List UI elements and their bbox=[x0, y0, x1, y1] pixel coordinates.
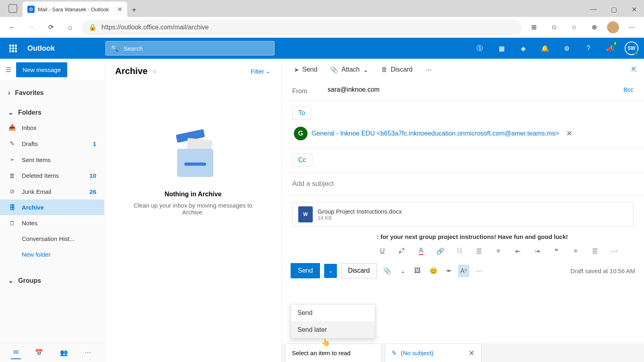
cc-button[interactable]: Cc bbox=[292, 154, 312, 167]
favorites-header[interactable]: › Favorites bbox=[0, 86, 104, 100]
numbered-list-icon[interactable]: ≡ bbox=[493, 245, 504, 257]
announcements-icon[interactable]: 📣4 bbox=[603, 41, 617, 56]
quote-icon[interactable]: ❝ bbox=[551, 245, 562, 257]
more-format-icon[interactable]: ⋯ bbox=[609, 245, 620, 257]
subject-input[interactable] bbox=[292, 180, 634, 188]
folder-archive[interactable]: 🗄Archive bbox=[0, 200, 104, 215]
unlink-icon[interactable]: ⛓ bbox=[454, 245, 465, 257]
outlook-header: Outlook 🔍 ⓢ ▦ ◈ 🔔 ⚙ ? 📣4 SW bbox=[0, 38, 644, 59]
from-value[interactable]: sara@inknoe.com bbox=[320, 86, 623, 93]
new-message-button[interactable]: New message bbox=[16, 62, 67, 77]
app-mode-icon[interactable]: ⊞ bbox=[526, 20, 541, 35]
favorite-star-icon[interactable]: ☆ bbox=[152, 68, 157, 75]
folder-junk[interactable]: ⊘Junk Email26 bbox=[0, 183, 104, 200]
empty-title: Nothing in Archive bbox=[165, 191, 222, 198]
send-button[interactable]: Send bbox=[291, 263, 320, 278]
home-icon[interactable]: ⌂ bbox=[63, 20, 77, 35]
calendar-module-icon[interactable]: 📅 bbox=[33, 346, 45, 359]
outlook-brand[interactable]: Outlook bbox=[27, 44, 55, 53]
groups-header[interactable]: ⌄ Groups bbox=[0, 274, 104, 288]
folder-drafts[interactable]: ✎Drafts1 bbox=[0, 136, 104, 152]
teams-icon[interactable]: ▦ bbox=[494, 41, 509, 56]
url-input[interactable]: 🔒 https://outlook.office.com/mail/archiv… bbox=[82, 20, 522, 35]
send-top-button[interactable]: ➤Send bbox=[289, 63, 322, 77]
attachment-card[interactable]: W Group Project Instructions.docx 14 KB bbox=[292, 202, 634, 227]
new-folder-button[interactable]: New folder bbox=[0, 247, 104, 262]
filter-button[interactable]: Filter⌄ bbox=[251, 68, 271, 75]
attach-button[interactable]: 📎Attach⌄ bbox=[325, 63, 373, 77]
maximize-icon[interactable]: ▢ bbox=[604, 2, 624, 17]
popout-icon[interactable]: ⇱ bbox=[632, 66, 637, 74]
attach-chevron-icon[interactable]: ⌄ bbox=[398, 267, 408, 275]
search-box[interactable]: 🔍 bbox=[105, 41, 275, 56]
close-draft-tab-icon[interactable]: ✕ bbox=[469, 349, 475, 358]
bcc-button[interactable]: Bcc bbox=[623, 86, 634, 93]
search-input[interactable] bbox=[124, 45, 269, 52]
send-options-button[interactable]: ⌄ bbox=[324, 264, 337, 278]
remove-recipient-icon[interactable]: ✕ bbox=[563, 129, 576, 138]
notifications-icon[interactable]: 🔔 bbox=[538, 41, 552, 56]
from-label: From bbox=[292, 86, 320, 95]
emoji-icon[interactable]: 😊 bbox=[427, 267, 440, 275]
folder-notes[interactable]: 🗒Notes bbox=[0, 215, 104, 231]
favorite-add-icon[interactable]: ✩ bbox=[547, 20, 561, 35]
send-later-option[interactable]: Send later bbox=[291, 321, 375, 338]
indent-icon[interactable]: ⇥ bbox=[531, 245, 543, 257]
hamburger-icon[interactable]: ☰ bbox=[6, 66, 11, 74]
draft-tab[interactable]: ✎ (No subject) ✕ bbox=[385, 343, 481, 362]
send-now-option[interactable]: Send bbox=[291, 304, 375, 321]
new-tab-button[interactable]: + bbox=[127, 3, 141, 17]
folders-header[interactable]: ⌄ Folders bbox=[0, 105, 104, 119]
message-body[interactable]: : for your next group project instructio… bbox=[282, 233, 644, 240]
align-center-icon[interactable]: ☰ bbox=[589, 245, 601, 257]
bullet-list-icon[interactable]: ☰ bbox=[473, 245, 485, 257]
more-modules-icon[interactable]: ⋯ bbox=[82, 346, 93, 359]
chevron-down-icon: ⌄ bbox=[266, 68, 271, 75]
back-icon[interactable]: ← bbox=[5, 20, 19, 35]
minimize-icon[interactable]: — bbox=[584, 2, 604, 17]
show-format-icon[interactable]: Aᵃ bbox=[458, 265, 470, 277]
mail-module-icon[interactable]: ✉ bbox=[11, 346, 21, 359]
align-left-icon[interactable]: ≡ bbox=[570, 245, 581, 257]
link-icon[interactable]: 🔗 bbox=[435, 245, 446, 257]
discard-top-button[interactable]: 🗑Discard bbox=[376, 63, 417, 76]
folder-sent[interactable]: ➣Sent Items bbox=[0, 152, 104, 168]
more-actions-button[interactable]: ⋯ bbox=[421, 63, 437, 77]
browser-profile-avatar[interactable] bbox=[607, 21, 619, 33]
outdent-icon[interactable]: ⇤ bbox=[512, 245, 523, 257]
folder-conversation-history[interactable]: Conversation Hist... bbox=[0, 231, 104, 247]
signature-icon[interactable]: ✒ bbox=[444, 267, 454, 275]
browser-menu-icon[interactable]: ⋯ bbox=[625, 20, 639, 35]
folder-inbox[interactable]: 📥Inbox bbox=[0, 119, 104, 136]
trash-icon: 🗑 bbox=[8, 172, 16, 179]
discard-button[interactable]: Discard bbox=[341, 263, 376, 278]
app-launcher-icon[interactable] bbox=[6, 41, 20, 56]
highlight-icon[interactable]: 🖍 bbox=[396, 245, 407, 257]
folder-pane: ☰ New message › Favorites ⌄ Folders 📥Inb… bbox=[0, 59, 105, 362]
reading-tab[interactable]: Select an item to read bbox=[285, 343, 382, 362]
refresh-icon[interactable]: ⟳ bbox=[43, 20, 58, 35]
attach-inline-icon[interactable]: 📎 bbox=[381, 267, 394, 275]
people-module-icon[interactable]: 👥 bbox=[58, 346, 70, 359]
skype-icon[interactable]: ⓢ bbox=[473, 41, 487, 56]
close-window-icon[interactable]: ✕ bbox=[624, 2, 644, 17]
settings-icon[interactable]: ⚙ bbox=[559, 41, 574, 56]
more-send-options-icon[interactable]: ⋯ bbox=[473, 267, 485, 275]
underline-icon[interactable]: U bbox=[377, 245, 388, 257]
font-color-icon[interactable]: A bbox=[415, 245, 427, 257]
collections-icon[interactable]: ⊕ bbox=[587, 20, 601, 35]
folder-deleted[interactable]: 🗑Deleted Items10 bbox=[0, 168, 104, 183]
attachment-size: 14 KB bbox=[318, 215, 402, 221]
profile-tab-icon[interactable] bbox=[3, 0, 23, 17]
chevron-down-icon: ⌄ bbox=[8, 109, 13, 116]
recipient-chip[interactable]: G General - Inknoe EDU <b653a7fc.inknoee… bbox=[292, 125, 577, 142]
browser-tab[interactable]: O Mail - Sara Wanasek - Outlook ✕ bbox=[23, 2, 127, 17]
to-button[interactable]: To bbox=[292, 107, 311, 119]
outlook-tips-icon[interactable]: ◈ bbox=[516, 41, 530, 56]
help-icon[interactable]: ? bbox=[581, 41, 596, 56]
insert-picture-icon[interactable]: 🖼 bbox=[412, 267, 423, 274]
favorites-icon[interactable]: ☆ bbox=[567, 20, 581, 35]
tab-close-icon[interactable]: ✕ bbox=[117, 6, 122, 13]
sent-icon: ➣ bbox=[8, 156, 16, 163]
account-avatar[interactable]: SW bbox=[625, 41, 638, 55]
